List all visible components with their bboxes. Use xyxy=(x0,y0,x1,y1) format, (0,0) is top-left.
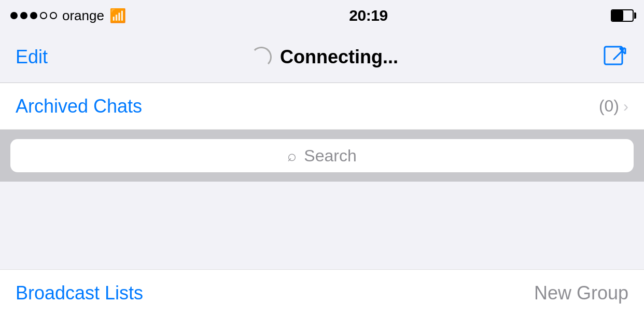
search-icon: ⌕ xyxy=(287,147,297,164)
compose-button[interactable] xyxy=(601,44,628,71)
new-group-button[interactable]: New Group xyxy=(534,282,628,304)
status-time: 20:19 xyxy=(349,7,387,24)
archived-chats-row[interactable]: Archived Chats (0) › xyxy=(0,83,644,130)
bottom-bar: Broadcast Lists New Group xyxy=(0,269,644,316)
spinner-ring xyxy=(251,47,272,67)
status-right xyxy=(611,9,634,22)
nav-center: Connecting... xyxy=(251,46,398,68)
archived-chats-count: (0) xyxy=(599,97,619,116)
signal-dot-2 xyxy=(20,12,27,19)
signal-dots xyxy=(10,12,57,19)
nav-bar: Edit Connecting... xyxy=(0,31,644,83)
search-placeholder: Search xyxy=(304,146,356,166)
signal-dot-3 xyxy=(30,12,37,19)
archived-chats-right: (0) › xyxy=(599,97,628,116)
signal-dot-4 xyxy=(40,12,47,19)
battery-icon xyxy=(611,9,634,22)
battery-fill xyxy=(612,10,623,21)
compose-icon xyxy=(603,45,627,69)
wifi-icon: 📶 xyxy=(109,8,126,24)
edit-button[interactable]: Edit xyxy=(16,46,48,68)
signal-dot-1 xyxy=(10,12,18,19)
carrier-label: orange xyxy=(62,8,104,24)
status-bar: orange 📶 20:19 xyxy=(0,0,644,31)
chevron-right-icon: › xyxy=(623,98,628,115)
status-left: orange 📶 xyxy=(10,8,126,24)
svg-rect-0 xyxy=(605,47,622,64)
archived-chats-label: Archived Chats xyxy=(16,95,142,117)
connecting-text: Connecting... xyxy=(280,46,398,68)
search-section: ⌕ Search xyxy=(0,130,644,182)
broadcast-lists-button[interactable]: Broadcast Lists xyxy=(16,282,143,304)
connecting-spinner xyxy=(251,47,272,67)
search-bar[interactable]: ⌕ Search xyxy=(10,139,634,172)
signal-dot-5 xyxy=(50,12,57,19)
